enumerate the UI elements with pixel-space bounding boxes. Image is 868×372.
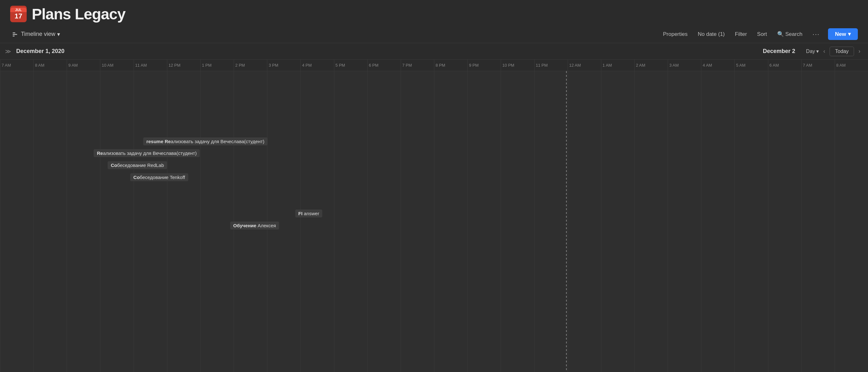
- grid-col: [67, 71, 100, 372]
- grid-col: [334, 71, 367, 372]
- grid-col: [401, 71, 434, 372]
- timeline-view-chevron: ▾: [57, 31, 60, 38]
- grid-col: [835, 71, 868, 372]
- grid-col: [0, 71, 33, 372]
- time-cell: 8 PM: [434, 60, 467, 71]
- new-button-label: New: [835, 31, 846, 37]
- time-cell: 3 PM: [267, 60, 300, 71]
- app-icon: JUL 17: [10, 6, 27, 22]
- today-button[interactable]: Today: [830, 46, 854, 56]
- grid-columns: [0, 71, 868, 372]
- nav-arrows: ≫: [0, 48, 16, 55]
- grid-col: [534, 71, 568, 372]
- time-cell: 12 AM: [568, 60, 601, 71]
- app-icon-day: 17: [14, 12, 22, 20]
- grid-col: [801, 71, 835, 372]
- search-icon: 🔍: [777, 31, 784, 37]
- time-cell: 5 PM: [334, 60, 367, 71]
- grid-col: [668, 71, 701, 372]
- time-cell: 12 PM: [167, 60, 200, 71]
- date-right-label: December 2: [763, 48, 802, 55]
- time-cell: 1 AM: [601, 60, 634, 71]
- time-cell: 5 AM: [734, 60, 768, 71]
- event-block[interactable]: resume Reализовать задачу для Вечеслава(…: [143, 137, 268, 145]
- sort-button[interactable]: Sort: [755, 30, 769, 39]
- grid-col: [367, 71, 401, 372]
- timeline-header-bar: ≫ December 1, 2020 December 2 Day ▾ ‹ To…: [0, 43, 868, 60]
- time-cell: 10 PM: [501, 60, 534, 71]
- filter-button[interactable]: Filter: [733, 30, 749, 39]
- page-title: Plans Legacy: [32, 5, 125, 23]
- toolbar: Timeline view ▾ Properties No date (1) F…: [0, 25, 868, 43]
- now-line: [566, 71, 567, 372]
- svg-rect-2: [13, 36, 14, 36]
- event-block[interactable]: Reализовать задачу для Вечеслава(студент…: [94, 149, 200, 157]
- timeline-view-icon: [13, 32, 19, 37]
- grid-col: [300, 71, 334, 372]
- timeline-header-right: December 2 Day ▾ ‹ Today ›: [755, 46, 868, 56]
- toolbar-right: Properties No date (1) Filter Sort 🔍 Sea…: [661, 28, 858, 40]
- day-selector-chevron: ▾: [816, 48, 819, 54]
- timeline-view-button[interactable]: Timeline view ▾: [10, 30, 63, 39]
- timeline-view-label: Timeline view: [21, 31, 55, 37]
- time-cell: 4 PM: [300, 60, 334, 71]
- collapse-arrow[interactable]: ≫: [5, 48, 11, 55]
- date-left-label: December 1, 2020: [16, 48, 71, 55]
- time-cell: 8 AM: [33, 60, 67, 71]
- time-cell: 2 PM: [234, 60, 267, 71]
- grid-col: [33, 71, 67, 372]
- grid-col: [200, 71, 234, 372]
- grid-col: [134, 71, 167, 372]
- time-cell: 6 AM: [768, 60, 801, 71]
- time-cell: 6 PM: [367, 60, 401, 71]
- new-button-chevron: ▾: [848, 31, 851, 37]
- svg-rect-1: [13, 34, 17, 35]
- next-button[interactable]: ›: [859, 48, 860, 55]
- time-cell: 9 AM: [67, 60, 100, 71]
- new-button[interactable]: New ▾: [828, 28, 858, 40]
- grid-col: [701, 71, 734, 372]
- grid-col: [434, 71, 467, 372]
- time-cell: 11 AM: [134, 60, 167, 71]
- svg-rect-0: [13, 32, 15, 33]
- time-cell: 10 AM: [100, 60, 133, 71]
- grid-col: [501, 71, 534, 372]
- app-icon-month: JUL: [10, 8, 27, 12]
- day-selector[interactable]: Day ▾: [806, 48, 819, 54]
- grid-col: [167, 71, 200, 372]
- app-header: JUL 17 Plans Legacy: [0, 0, 868, 25]
- grid-col: [634, 71, 668, 372]
- time-cell: 7 PM: [401, 60, 434, 71]
- time-cell: 1 PM: [200, 60, 234, 71]
- time-ruler: 7 AM8 AM9 AM10 AM11 AM12 PM1 PM2 PM3 PM4…: [0, 60, 868, 71]
- time-cell: 7 AM: [801, 60, 835, 71]
- time-cell: 4 AM: [701, 60, 734, 71]
- time-cell: 2 AM: [634, 60, 668, 71]
- time-cell: 7 AM: [0, 60, 33, 71]
- grid-col: [734, 71, 768, 372]
- grid-col: [568, 71, 601, 372]
- no-date-button[interactable]: No date (1): [696, 30, 727, 39]
- event-block[interactable]: FI answer: [295, 210, 322, 217]
- time-cell: 11 PM: [534, 60, 568, 71]
- time-cell: 3 AM: [668, 60, 701, 71]
- day-selector-label: Day: [806, 49, 815, 54]
- event-block[interactable]: Собеседование RedLab: [107, 161, 167, 169]
- prev-button[interactable]: ‹: [823, 48, 825, 55]
- event-block[interactable]: Собеседование Tenkoff: [130, 173, 188, 181]
- more-options-button[interactable]: ···: [810, 29, 822, 39]
- grid-col: [601, 71, 634, 372]
- grid-area: resume Reализовать задачу для Вечеслава(…: [0, 71, 868, 372]
- grid-col: [467, 71, 501, 372]
- search-button[interactable]: 🔍 Search: [775, 30, 805, 39]
- toolbar-left: Timeline view ▾: [10, 30, 661, 39]
- time-cell: 9 PM: [467, 60, 501, 71]
- properties-button[interactable]: Properties: [661, 30, 689, 39]
- time-cell: 8 AM: [835, 60, 868, 71]
- grid-col: [100, 71, 133, 372]
- event-block[interactable]: Обучение Алексея: [230, 222, 279, 229]
- grid-col: [768, 71, 801, 372]
